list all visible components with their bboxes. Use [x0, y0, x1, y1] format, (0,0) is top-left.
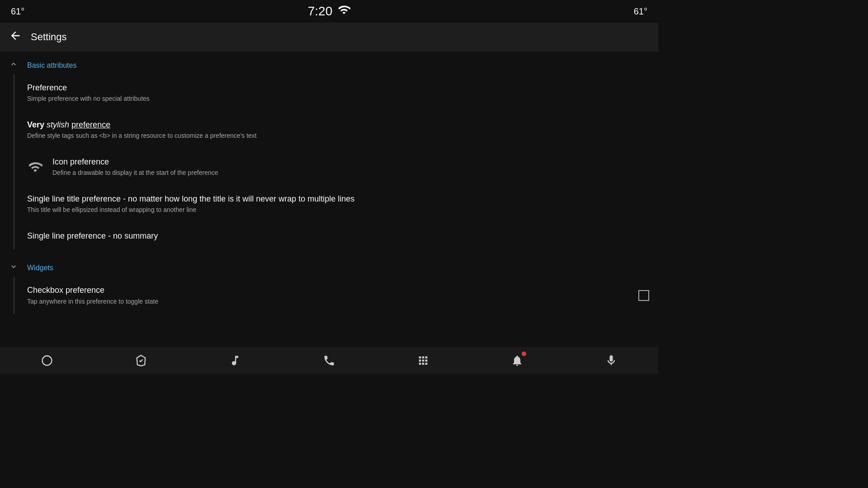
nav-music[interactable]: [222, 347, 249, 374]
wifi-icon: [338, 4, 350, 19]
checkbox-widget[interactable]: [638, 290, 649, 301]
nav-microphone[interactable]: [598, 347, 625, 374]
preference-title-basic: Preference: [27, 83, 649, 93]
preference-title-icon: Icon preference: [52, 157, 649, 167]
nav-apps[interactable]: [410, 347, 437, 374]
nav-navigation[interactable]: [127, 347, 155, 374]
temp-right: 61°: [634, 6, 647, 17]
preference-summary-basic: Simple preference with no special attrib…: [27, 94, 649, 103]
time-display: 7:20: [308, 4, 333, 19]
widgets-list: Checkbox preference Tap anywhere in this…: [0, 277, 658, 314]
notification-dot: [522, 352, 526, 356]
preference-item-icon[interactable]: Icon preference Define a drawable to dis…: [27, 149, 658, 186]
preference-title-no-summary: Single line preference - no summary: [27, 231, 649, 241]
preference-title-stylish: Very stylish preference: [27, 120, 649, 130]
basic-attributes-list: Preference Simple preference with no spe…: [0, 75, 658, 249]
page-title: Settings: [31, 31, 67, 43]
preference-text-single-title: Single line title preference - no matter…: [27, 194, 649, 215]
wifi-preference-icon: [27, 159, 43, 175]
preference-item-checkbox[interactable]: Checkbox preference Tap anywhere in this…: [27, 277, 658, 314]
preference-item-no-summary[interactable]: Single line preference - no summary: [27, 223, 658, 249]
navigation-bar: [0, 347, 658, 374]
temp-left: 61°: [11, 6, 24, 17]
chevron-down-icon[interactable]: [9, 262, 18, 273]
nav-notifications[interactable]: [504, 347, 531, 374]
preference-title-single-title: Single line title preference - no matter…: [27, 194, 649, 204]
section-title-basic-attributes: Basic attributes: [27, 61, 76, 70]
settings-content: Basic attributes Preference Simple prefe…: [0, 52, 658, 347]
preference-item-stylish[interactable]: Very stylish preference Define style tag…: [27, 112, 658, 149]
header: Settings: [0, 23, 658, 52]
preference-title-checkbox: Checkbox preference: [27, 285, 631, 296]
section-header-widgets: Widgets: [0, 254, 658, 277]
checkbox-empty-state[interactable]: [638, 290, 649, 301]
section-widgets: Widgets Checkbox preference Tap anywhere…: [0, 254, 658, 314]
status-bar: 61° 7:20 61°: [0, 0, 658, 23]
svg-point-0: [42, 356, 52, 366]
preference-summary-checkbox: Tap anywhere in this preference to toggl…: [27, 297, 631, 306]
back-button[interactable]: [9, 29, 22, 45]
preference-item-basic[interactable]: Preference Simple preference with no spe…: [27, 75, 658, 112]
nav-home[interactable]: [33, 347, 61, 374]
preference-text-checkbox: Checkbox preference Tap anywhere in this…: [27, 285, 631, 306]
section-title-widgets: Widgets: [27, 264, 53, 272]
section-basic-attributes: Basic attributes: [0, 52, 658, 75]
preference-text-stylish: Very stylish preference Define style tag…: [27, 120, 649, 141]
preference-summary-single-title: This title will be ellipsized instead of…: [27, 206, 649, 215]
preference-text-icon: Icon preference Define a drawable to dis…: [52, 157, 649, 178]
chevron-up-icon[interactable]: [9, 60, 18, 71]
preference-text-no-summary: Single line preference - no summary: [27, 231, 649, 241]
nav-phone[interactable]: [316, 347, 343, 374]
status-center: 7:20: [308, 4, 351, 19]
preference-item-single-title[interactable]: Single line title preference - no matter…: [27, 186, 658, 223]
preference-summary-icon: Define a drawable to display it at the s…: [52, 169, 649, 178]
preference-text-basic: Preference Simple preference with no spe…: [27, 83, 649, 103]
preference-summary-stylish: Define style tags such as <b> in a strin…: [27, 131, 649, 141]
